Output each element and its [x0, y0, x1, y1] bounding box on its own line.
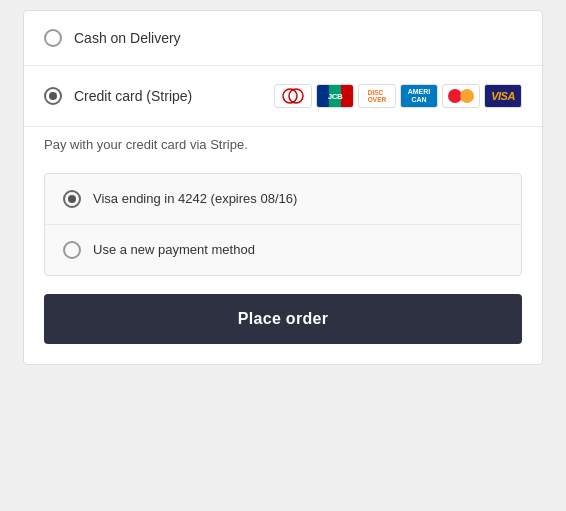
accepted-card-icons: JCB DISCOVER AMERICAN VISA — [274, 84, 522, 108]
diners-club-icon — [274, 84, 312, 108]
place-order-button[interactable]: Place order — [44, 294, 522, 344]
cash-on-delivery-radio[interactable] — [44, 29, 62, 47]
cash-on-delivery-option[interactable]: Cash on Delivery — [24, 11, 542, 66]
credit-card-stripe-radio[interactable] — [44, 87, 62, 105]
jcb-icon: JCB — [316, 84, 354, 108]
cash-on-delivery-label: Cash on Delivery — [74, 30, 181, 46]
mastercard-icon — [442, 84, 480, 108]
saved-visa-label: Visa ending in 4242 (expires 08/16) — [93, 191, 297, 206]
saved-visa-option[interactable]: Visa ending in 4242 (expires 08/16) — [45, 174, 521, 225]
saved-payment-sub-options: Visa ending in 4242 (expires 08/16) Use … — [44, 173, 522, 276]
new-payment-method-option[interactable]: Use a new payment method — [45, 225, 521, 275]
radio-selected-dot — [68, 195, 76, 203]
saved-visa-radio[interactable] — [63, 190, 81, 208]
radio-selected-dot — [49, 92, 57, 100]
new-payment-method-label: Use a new payment method — [93, 242, 255, 257]
discover-icon: DISCOVER — [358, 84, 396, 108]
new-payment-method-radio[interactable] — [63, 241, 81, 259]
payment-methods-container: Cash on Delivery Credit card (Stripe) — [23, 10, 543, 365]
stripe-description: Pay with your credit card via Stripe. — [24, 127, 542, 173]
amex-icon: AMERICAN — [400, 84, 438, 108]
credit-card-stripe-label: Credit card (Stripe) — [74, 88, 192, 104]
visa-icon: VISA — [484, 84, 522, 108]
credit-card-stripe-option[interactable]: Credit card (Stripe) JCB DISCOVER AMERIC… — [24, 66, 542, 127]
